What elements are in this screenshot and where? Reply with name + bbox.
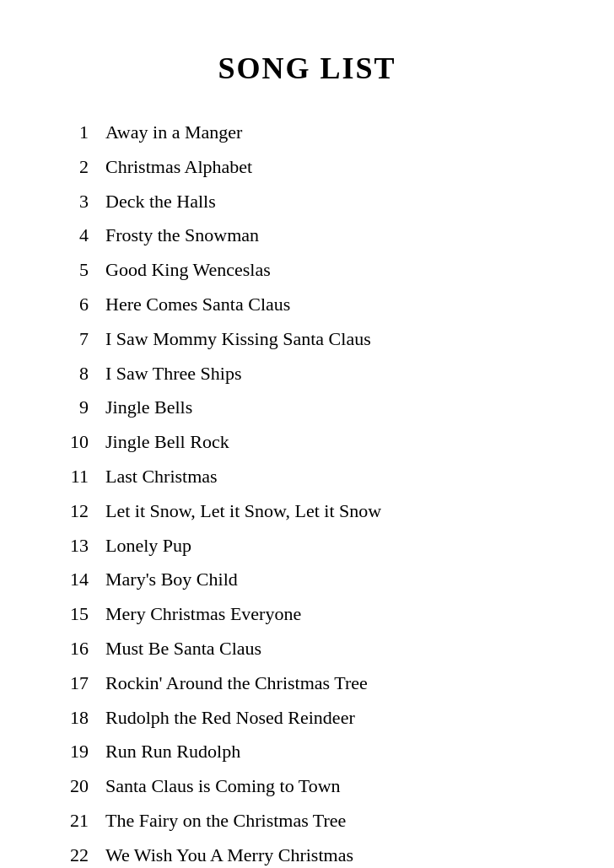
list-item: 18Rudolph the Red Nosed Reindeer <box>67 705 547 731</box>
song-title: Run Run Rudolph <box>105 739 240 765</box>
song-number: 1 <box>67 121 105 143</box>
song-title: I Saw Three Ships <box>105 361 242 387</box>
song-title: Good King Wenceslas <box>105 257 271 283</box>
song-number: 7 <box>67 328 105 350</box>
list-item: 11Last Christmas <box>67 464 547 490</box>
list-item: 21The Fairy on the Christmas Tree <box>67 808 547 834</box>
list-item: 9 Jingle Bells <box>67 395 547 421</box>
song-title: Last Christmas <box>105 464 218 490</box>
song-number: 22 <box>67 844 105 866</box>
song-number: 2 <box>67 156 105 178</box>
song-number: 20 <box>67 775 105 797</box>
song-number: 5 <box>67 259 105 281</box>
list-item: 13Lonely Pup <box>67 533 547 559</box>
song-number: 3 <box>67 191 105 213</box>
song-number: 12 <box>67 500 105 522</box>
song-title: Jingle Bell Rock <box>105 429 229 456</box>
song-title: Santa Claus is Coming to Town <box>105 774 341 800</box>
song-title: Rockin' Around the Christmas Tree <box>105 671 368 697</box>
page: SONG LIST 1Away in a Manger2Christmas Al… <box>0 0 614 868</box>
list-item: 5Good King Wenceslas <box>67 257 547 283</box>
song-list: 1Away in a Manger2Christmas Alphabet3Dec… <box>67 120 547 868</box>
song-number: 9 <box>67 396 105 418</box>
song-number: 21 <box>67 810 105 832</box>
song-title: Jingle Bells <box>105 395 192 421</box>
song-title: Christmas Alphabet <box>105 154 252 181</box>
list-item: 17Rockin' Around the Christmas Tree <box>67 671 547 697</box>
list-item: 7I Saw Mommy Kissing Santa Claus <box>67 326 547 353</box>
song-title: Away in a Manger <box>105 120 242 146</box>
song-number: 14 <box>67 569 105 590</box>
song-title: Frosty the Snowman <box>105 223 259 249</box>
list-item: 19Run Run Rudolph <box>67 739 547 765</box>
song-number: 4 <box>67 224 105 246</box>
list-item: 16 Must Be Santa Claus <box>67 636 547 662</box>
song-title: Lonely Pup <box>105 533 191 559</box>
page-title: SONG LIST <box>67 51 547 86</box>
list-item: 6Here Comes Santa Claus <box>67 292 547 318</box>
song-number: 17 <box>67 672 105 694</box>
song-title: Let it Snow, Let it Snow, Let it Snow <box>105 499 381 525</box>
song-title: The Fairy on the Christmas Tree <box>105 808 346 834</box>
song-title: Must Be Santa Claus <box>105 636 261 662</box>
list-item: 2Christmas Alphabet <box>67 154 547 181</box>
song-number: 15 <box>67 603 105 625</box>
list-item: 20 Santa Claus is Coming to Town <box>67 774 547 800</box>
song-title: I Saw Mommy Kissing Santa Claus <box>105 326 371 353</box>
song-number: 16 <box>67 638 105 660</box>
list-item: 10Jingle Bell Rock <box>67 429 547 456</box>
list-item: 15Mery Christmas Everyone <box>67 601 547 628</box>
list-item: 8I Saw Three Ships <box>67 361 547 387</box>
song-title: Deck the Halls <box>105 189 216 215</box>
song-number: 19 <box>67 741 105 763</box>
song-number: 18 <box>67 707 105 729</box>
song-title: We Wish You A Merry Christmas <box>105 843 353 868</box>
song-title: Here Comes Santa Claus <box>105 292 290 318</box>
list-item: 14Mary's Boy Child <box>67 567 547 593</box>
song-number: 10 <box>67 431 105 453</box>
song-title: Mary's Boy Child <box>105 567 238 593</box>
list-item: 12Let it Snow, Let it Snow, Let it Snow <box>67 499 547 525</box>
list-item: 22We Wish You A Merry Christmas <box>67 843 547 868</box>
list-item: 1Away in a Manger <box>67 120 547 146</box>
song-title: Mery Christmas Everyone <box>105 601 301 628</box>
song-title: Rudolph the Red Nosed Reindeer <box>105 705 355 731</box>
list-item: 3Deck the Halls <box>67 189 547 215</box>
song-number: 13 <box>67 535 105 557</box>
song-number: 6 <box>67 294 105 315</box>
song-number: 11 <box>67 466 105 488</box>
list-item: 4Frosty the Snowman <box>67 223 547 249</box>
song-number: 8 <box>67 363 105 385</box>
